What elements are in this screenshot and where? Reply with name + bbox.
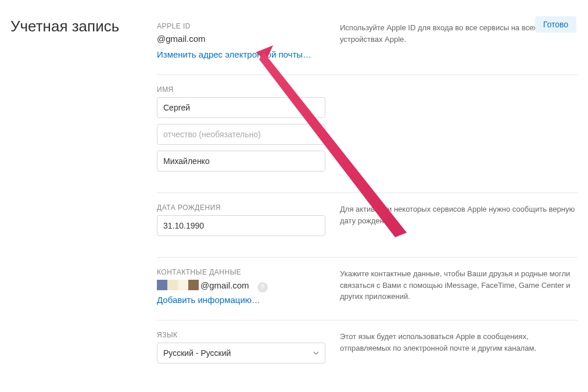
section-language: ЯЗЫК Русский - Русский Этот язык будет и… — [157, 320, 578, 379]
birthdate-hint: Для активации некоторых сервисов Apple н… — [331, 204, 578, 242]
redaction-block — [167, 280, 178, 290]
sidebar: Учетная запись — [0, 12, 157, 379]
language-value: Русский - Русский — [163, 348, 231, 358]
redaction-block — [178, 280, 188, 290]
birthdate-input[interactable] — [157, 215, 325, 236]
apple-id-value: @gmail.com — [157, 34, 331, 44]
middle-name-input[interactable] — [157, 124, 325, 145]
contact-row: @gmail.com — [157, 280, 249, 290]
first-name-input[interactable] — [157, 97, 325, 118]
redaction-block — [188, 280, 199, 290]
page-title: Учетная запись — [10, 17, 157, 35]
section-birthdate: ДАТА РОЖДЕНИЯ Для активации некоторых се… — [157, 193, 578, 258]
contact-hint: Укажите контактные данные, чтобы Ваши др… — [331, 268, 578, 305]
language-select[interactable]: Русский - Русский — [157, 343, 325, 364]
section-name: ИМЯ — [157, 75, 578, 193]
apple-id-heading: APPLE ID — [157, 22, 331, 30]
help-icon[interactable]: ? — [257, 282, 268, 293]
section-apple-id: APPLE ID @gmail.com Изменить адрес элект… — [157, 12, 578, 75]
main-content: APPLE ID @gmail.com Изменить адрес элект… — [157, 12, 588, 379]
contact-email: @gmail.com — [200, 280, 249, 290]
done-button[interactable]: Готово — [535, 16, 576, 33]
section-contact: КОНТАКТНЫЕ ДАННЫЕ @gmail.com ? Добавить … — [157, 258, 578, 320]
language-heading: ЯЗЫК — [157, 331, 331, 339]
language-hint: Этот язык будет использоваться Apple в с… — [331, 331, 578, 364]
last-name-input[interactable] — [157, 151, 325, 172]
birthdate-heading: ДАТА РОЖДЕНИЯ — [157, 204, 331, 212]
add-contact-link[interactable]: Добавить информацию… — [157, 295, 331, 305]
name-heading: ИМЯ — [157, 85, 331, 94]
redaction-block — [157, 280, 167, 290]
chevron-down-icon — [313, 350, 319, 356]
contact-heading: КОНТАКТНЫЕ ДАННЫЕ — [157, 268, 331, 276]
change-email-link[interactable]: Изменить адрес электронной почты… — [157, 49, 331, 59]
